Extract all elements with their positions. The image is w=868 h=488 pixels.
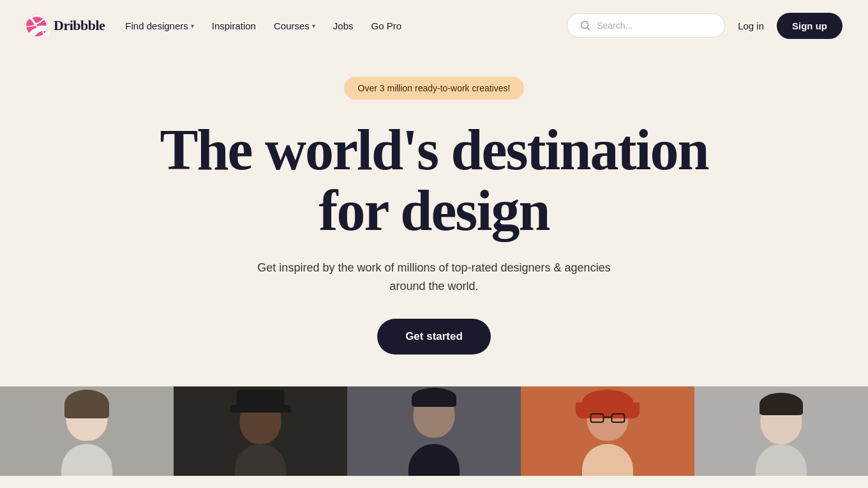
hero-badge: Over 3 million ready-to-work creatives! — [344, 77, 525, 100]
hat-2 — [237, 390, 285, 409]
nav-item-jobs[interactable]: Jobs — [333, 20, 354, 31]
nav-item-inspiration[interactable]: Inspiration — [212, 20, 256, 31]
hair-1 — [64, 390, 109, 418]
search-icon — [580, 20, 590, 31]
logo-text: Dribbble — [54, 17, 105, 34]
inspiration-link[interactable]: Inspiration — [212, 20, 256, 31]
svg-line-2 — [587, 27, 590, 30]
navigation: Dribbble Find designers ▾ Inspiration Co… — [0, 0, 868, 51]
portrait-3 — [347, 386, 521, 476]
glasses-4 — [590, 413, 625, 423]
body-3 — [408, 444, 460, 476]
portraits-row — [0, 386, 868, 476]
log-in-link[interactable]: Log in — [738, 20, 764, 31]
nav-links: Find designers ▾ Inspiration Courses ▾ J… — [125, 20, 401, 31]
body-5 — [756, 444, 807, 476]
nav-item-go-pro[interactable]: Go Pro — [371, 20, 402, 31]
nav-item-courses[interactable]: Courses ▾ — [274, 20, 315, 31]
nav-left: Dribbble Find designers ▾ Inspiration Co… — [26, 14, 401, 37]
go-pro-link[interactable]: Go Pro — [371, 20, 402, 31]
chevron-down-icon: ▾ — [312, 22, 315, 29]
nav-right: Log in Sign up — [567, 13, 842, 39]
sign-up-button[interactable]: Sign up — [777, 13, 842, 39]
hair-3 — [412, 388, 456, 407]
jobs-link[interactable]: Jobs — [333, 20, 354, 31]
get-started-button[interactable]: Get started — [377, 319, 491, 355]
search-bar[interactable] — [567, 13, 725, 38]
nav-item-find-designers[interactable]: Find designers ▾ — [125, 20, 193, 31]
search-input[interactable] — [597, 20, 712, 31]
hair-4 — [582, 390, 633, 415]
body-2 — [235, 444, 286, 476]
dribbble-logo-icon — [26, 14, 49, 37]
portrait-2 — [174, 386, 347, 476]
hair-5 — [760, 393, 803, 415]
courses-link[interactable]: Courses ▾ — [274, 20, 315, 31]
find-designers-link[interactable]: Find designers ▾ — [125, 20, 193, 31]
hero-section: Over 3 million ready-to-work creatives! … — [0, 51, 868, 386]
hero-title: The world's destination for design — [160, 120, 708, 241]
body-1 — [61, 444, 112, 476]
portrait-5 — [694, 386, 868, 476]
hero-subtitle: Get inspired by the work of millions of … — [243, 259, 625, 296]
portrait-1 — [0, 386, 174, 476]
body-4 — [582, 444, 633, 476]
chevron-down-icon: ▾ — [191, 22, 194, 29]
portrait-4 — [521, 386, 694, 476]
logo-link[interactable]: Dribbble — [26, 14, 105, 37]
